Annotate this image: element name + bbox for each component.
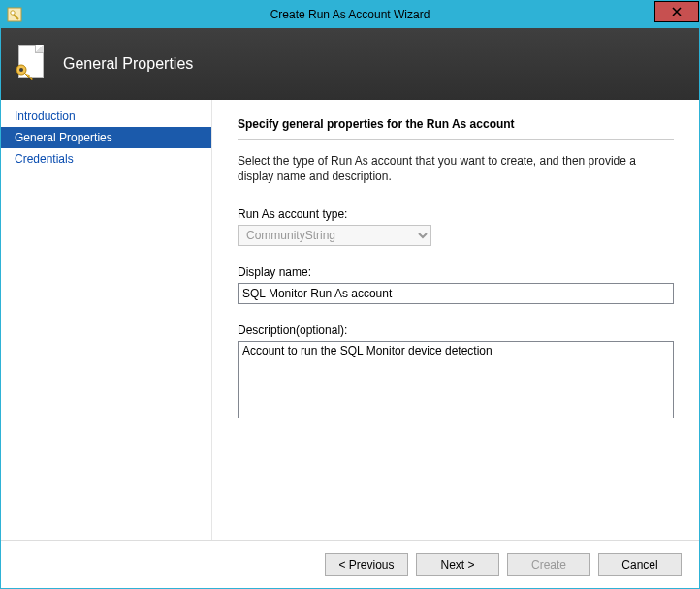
app-icon: [7, 7, 22, 22]
divider: [238, 139, 674, 140]
close-button[interactable]: [654, 1, 699, 22]
previous-button[interactable]: < Previous: [325, 553, 408, 576]
close-icon: [672, 7, 682, 16]
wizard-content: Specify general properties for the Run A…: [212, 100, 699, 540]
content-description: Select the type of Run As account that y…: [238, 153, 674, 184]
header-icon: [15, 45, 49, 83]
description-group: Description(optional): Account to run th…: [238, 324, 674, 421]
display-name-label: Display name:: [238, 265, 674, 279]
wizard-window: Create Run As Account Wizard General Pro…: [0, 0, 700, 589]
display-name-input[interactable]: [238, 283, 674, 304]
wizard-sidebar: Introduction General Properties Credenti…: [1, 100, 212, 540]
wizard-footer: < Previous Next > Create Cancel: [1, 540, 699, 588]
display-name-group: Display name:: [238, 265, 674, 304]
key-icon: [15, 62, 36, 83]
sidebar-item-credentials[interactable]: Credentials: [1, 148, 211, 170]
svg-point-3: [19, 68, 23, 72]
wizard-header: General Properties: [1, 28, 699, 100]
sidebar-item-introduction[interactable]: Introduction: [1, 106, 211, 127]
description-label: Description(optional):: [238, 324, 674, 337]
next-button[interactable]: Next >: [416, 553, 499, 576]
cancel-button[interactable]: Cancel: [598, 553, 682, 576]
sidebar-item-general-properties[interactable]: General Properties: [1, 127, 211, 148]
header-title: General Properties: [63, 55, 193, 73]
account-type-label: Run As account type:: [238, 207, 674, 221]
content-heading: Specify general properties for the Run A…: [238, 117, 674, 131]
description-textarea[interactable]: Account to run the SQL Monitor device de…: [238, 341, 674, 418]
wizard-body: Introduction General Properties Credenti…: [1, 100, 699, 540]
window-title: Create Run As Account Wizard: [1, 8, 699, 21]
title-bar: Create Run As Account Wizard: [1, 1, 699, 28]
account-type-select[interactable]: CommunityString: [238, 225, 431, 246]
create-button[interactable]: Create: [507, 553, 590, 576]
account-type-group: Run As account type: CommunityString: [238, 207, 674, 246]
